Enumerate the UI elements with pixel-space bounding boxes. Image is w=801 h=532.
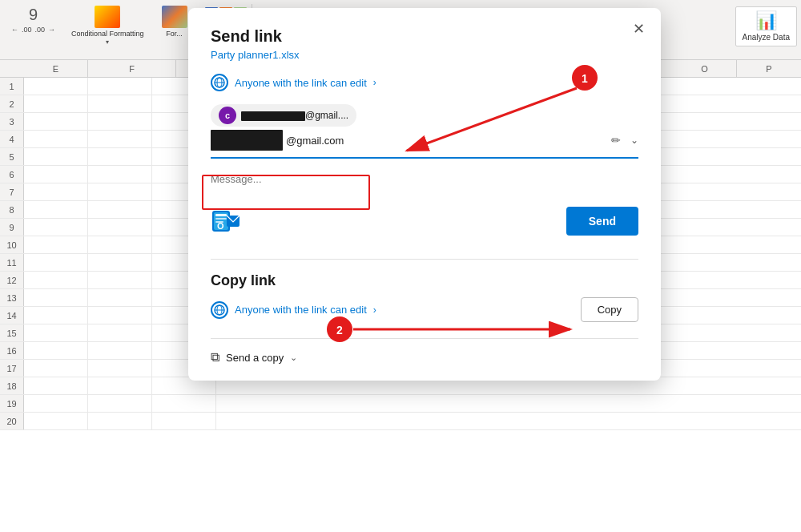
copy-link-permission-text: Anyone with the link can edit xyxy=(235,304,367,316)
col-header-f: F xyxy=(88,60,176,78)
copy-link-title: Copy link xyxy=(211,272,638,289)
send-copy-label: Send a copy xyxy=(226,352,284,364)
email-chips-row: c @gmail.... xyxy=(211,104,638,127)
number-icon: 9 xyxy=(29,6,38,24)
copy-button[interactable]: Copy xyxy=(581,297,638,322)
send-link-modal: ✕ Send link Party planner1.xlsx Anyone w… xyxy=(188,8,661,381)
arrow-left: ← xyxy=(11,26,18,34)
email-input-row: @gmail.com ✏ ⌄ xyxy=(211,130,638,151)
analyze-data-label: Analyze Data xyxy=(743,33,790,42)
modal-filename: Party planner1.xlsx xyxy=(211,49,638,61)
permission-chevron: › xyxy=(373,77,376,88)
send-copy-row[interactable]: ⧉ Send a copy ⌄ xyxy=(211,338,638,365)
copy-link-permission-row[interactable]: Anyone with the link can edit › xyxy=(211,301,376,319)
number-format-section: 9 ← .00 .00 → xyxy=(8,4,58,35)
email-input-section: @gmail.com ✏ ⌄ xyxy=(211,130,638,159)
avatar: c xyxy=(219,107,236,124)
close-button[interactable]: ✕ xyxy=(627,18,650,40)
toolbar-arrows: ← .00 .00 → xyxy=(11,26,55,34)
copy-link-globe-icon xyxy=(211,301,228,319)
col-header-e: E xyxy=(24,60,88,78)
svg-rect-5 xyxy=(215,214,227,216)
permission-row[interactable]: Anyone with the link can edit › xyxy=(211,74,638,91)
svg-rect-6 xyxy=(215,218,227,220)
send-copy-icon: ⧉ xyxy=(211,350,219,365)
svg-text:O: O xyxy=(217,221,224,231)
cf-icon xyxy=(95,6,120,28)
chevron-down-icon[interactable]: ⌄ xyxy=(630,135,638,146)
section-divider xyxy=(211,259,638,260)
col-header-p: P xyxy=(737,60,801,78)
send-row: O Send xyxy=(211,200,638,243)
copy-link-row: Anyone with the link can edit › Copy xyxy=(211,297,638,322)
close-icon: ✕ xyxy=(633,20,645,38)
outlook-icon: O xyxy=(211,206,241,236)
message-input[interactable] xyxy=(211,168,638,190)
chip-email-redacted: @gmail.... xyxy=(241,110,348,121)
send-copy-chevron-icon: ⌄ xyxy=(290,353,297,363)
email-prefix-redacted xyxy=(211,130,283,151)
num1: .00 xyxy=(22,26,32,34)
arrow-right: → xyxy=(48,26,55,34)
analyze-data-icon: 📊 xyxy=(755,10,777,31)
analyze-data-button[interactable]: 📊 Analyze Data xyxy=(735,6,797,46)
permission-text: Anyone with the link can edit xyxy=(235,77,367,89)
email-suffix: @gmail.com xyxy=(283,131,347,150)
modal-title: Send link xyxy=(211,27,638,46)
format-table-icon xyxy=(162,6,187,28)
edit-icon[interactable]: ✏ xyxy=(611,134,621,147)
email-input-box[interactable]: @gmail.com xyxy=(211,130,605,151)
copy-link-chevron-icon: › xyxy=(373,304,376,316)
send-button[interactable]: Send xyxy=(566,207,638,236)
table-row[interactable]: 19 xyxy=(0,395,801,413)
cf-chevron: ▾ xyxy=(106,38,109,46)
num2: .00 xyxy=(35,26,46,34)
cf-label: Conditional Formatting xyxy=(71,30,144,38)
globe-icon xyxy=(211,74,228,91)
col-header-o: O xyxy=(673,60,737,78)
email-chip: c @gmail.... xyxy=(211,104,356,127)
table-row[interactable]: 20 xyxy=(0,413,801,430)
conditional-formatting-button[interactable]: Conditional Formatting ▾ xyxy=(66,4,149,47)
format-label: For... xyxy=(166,30,183,38)
format-table-button[interactable]: For... xyxy=(157,4,192,39)
